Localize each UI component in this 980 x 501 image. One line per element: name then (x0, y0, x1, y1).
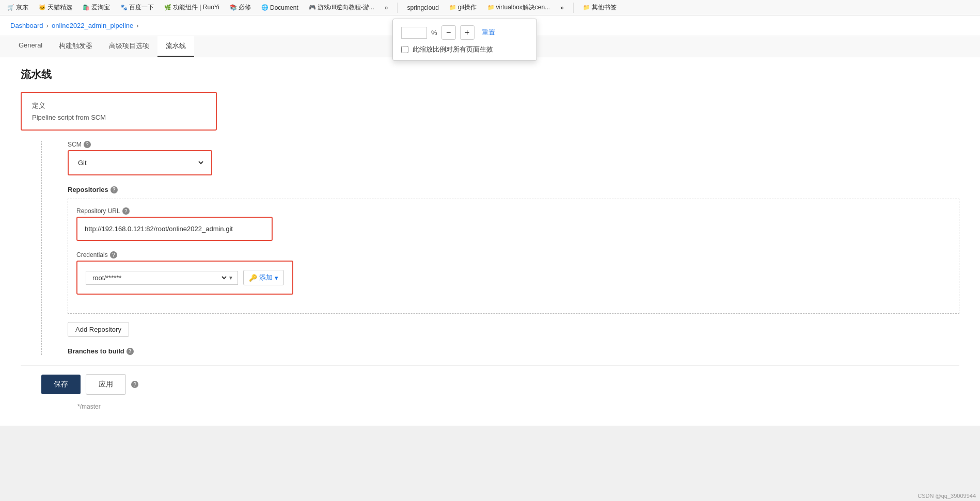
bookmark-more2-label: » (560, 4, 564, 11)
credentials-label: Credentials ? (76, 251, 951, 258)
zoom-unit: % (431, 29, 437, 37)
bookmark-springcloud-label: springcloud (407, 4, 438, 11)
branch-hint: */master (21, 403, 959, 415)
zoom-plus-button[interactable]: + (460, 25, 475, 40)
zoom-checkbox-label: 此缩放比例对所有页面生效 (413, 45, 493, 54)
bookmark-bar: 🛒 京东 🐱 天猫精选 🛍️ 爱淘宝 🐾 百度一下 🌿 功能组件 | RuoYi… (0, 0, 980, 15)
bottom-bar: 保存 应用 ? (21, 365, 959, 403)
bookmark-game[interactable]: 🎮 游戏dll逆向教程-游... (306, 2, 377, 13)
bookmark-virtualbox[interactable]: 📁 virtualbox解决cen... (484, 2, 554, 13)
apply-button[interactable]: 应用 (86, 374, 126, 395)
tianmao-icon: 🐱 (39, 4, 46, 11)
bookmark-taobao[interactable]: 🛍️ 爱淘宝 (80, 2, 113, 13)
branches-label: Branches to build ? (68, 347, 959, 355)
repo-url-section: Repository URL ? (76, 207, 951, 241)
main-content: Dashboard › online2022_admin_pipeline › … (0, 15, 980, 426)
bookmark-more1-label: » (385, 4, 388, 11)
add-credentials-button[interactable]: 🔑 添加 ▾ (243, 270, 284, 285)
breadcrumb-root[interactable]: Dashboard (10, 22, 43, 29)
document-icon: 🌐 (261, 4, 268, 11)
repositories-help-icon[interactable]: ? (110, 186, 118, 193)
add-repository-button[interactable]: Add Repository (68, 322, 129, 337)
zoom-input[interactable]: 90 (401, 27, 427, 39)
bookmark-bixiu[interactable]: 📚 必修 (227, 2, 254, 13)
bookmark-document-label: Document (270, 4, 298, 11)
bookmark-git[interactable]: 📁 git操作 (446, 2, 480, 13)
game-icon: 🎮 (309, 4, 316, 11)
watermark: CSDN @qq_39009944 (918, 493, 976, 499)
credentials-section: Credentials ? root/****** ▼ (76, 251, 951, 295)
bookmark-more1[interactable]: » (382, 3, 391, 12)
bixiu-icon: 📚 (230, 4, 237, 11)
page-title: 流水线 (21, 68, 959, 82)
zoom-minus-button[interactable]: − (441, 25, 456, 40)
bookmark-ruoyi[interactable]: 🌿 功能组件 | RuoYi (161, 2, 223, 13)
credentials-box: root/****** ▼ 🔑 添加 ▾ (76, 261, 293, 295)
save-button[interactable]: 保存 (41, 375, 81, 394)
tab-trigger[interactable]: 构建触发器 (51, 36, 101, 57)
repo-url-label: Repository URL ? (76, 207, 951, 215)
bookmark-document[interactable]: 🌐 Document (258, 3, 302, 12)
bookmark-other-label: 其他书签 (592, 3, 617, 12)
branches-help-icon[interactable]: ? (127, 348, 134, 355)
bookmark-jd[interactable]: 🛒 京东 (4, 2, 31, 13)
bookmark-more2[interactable]: » (557, 3, 567, 12)
bookmark-jd-label: 京东 (16, 3, 28, 12)
definition-label: 定义 (32, 101, 206, 110)
definition-box: 定义 Pipeline script from SCM (21, 92, 217, 131)
bookmark-baidu-label: 百度一下 (129, 3, 154, 12)
scm-select[interactable]: Git None (75, 156, 205, 169)
tab-general[interactable]: General (10, 36, 51, 57)
indent-container: SCM ? Git None Repositories ? (41, 141, 959, 355)
bookmark-tianmao[interactable]: 🐱 天猫精选 (36, 2, 75, 13)
scm-label: SCM ? (68, 141, 959, 148)
bookmark-tianmao-label: 天猫精选 (48, 3, 72, 12)
zoom-global-checkbox[interactable] (401, 46, 408, 53)
baidu-icon: 🐾 (120, 4, 128, 11)
zoom-popup: 90 % − + 重置 此缩放比例对所有页面生效 (392, 19, 537, 61)
definition-value: Pipeline script from SCM (32, 114, 206, 121)
repository-container: Repository URL ? Credentials ? (68, 199, 959, 314)
repositories-label: Repositories ? (68, 186, 959, 193)
scm-section: SCM ? Git None (68, 141, 959, 175)
bookmark-baidu[interactable]: 🐾 百度一下 (117, 2, 157, 13)
branches-section: Branches to build ? (68, 347, 959, 355)
bottom-help-icon[interactable]: ? (131, 381, 138, 388)
breadcrumb-sep2: › (136, 22, 138, 29)
bookmark-ruoyi-label: 功能组件 | RuoYi (173, 3, 219, 12)
credentials-select[interactable]: root/****** (90, 273, 228, 282)
virtualbox-folder-icon: 📁 (487, 4, 495, 11)
credentials-select-wrapper: root/****** ▼ (86, 271, 238, 285)
other-folder-icon: 📁 (583, 4, 590, 11)
breadcrumb-sep1: › (46, 22, 49, 29)
git-folder-icon: 📁 (449, 4, 456, 11)
credentials-inner: root/****** ▼ 🔑 添加 ▾ (84, 267, 286, 288)
taobao-icon: 🛍️ (83, 4, 90, 11)
definition-section: 定义 Pipeline script from SCM (21, 92, 959, 131)
repo-url-input[interactable] (84, 223, 265, 235)
bookmark-game-label: 游戏dll逆向教程-游... (318, 3, 374, 12)
bookmark-other[interactable]: 📁 其他书签 (580, 2, 620, 13)
tab-pipeline[interactable]: 流水线 (157, 36, 194, 57)
scm-box: Git None (68, 150, 212, 175)
add-credentials-label: 添加 (259, 273, 273, 282)
jd-icon: 🛒 (7, 4, 14, 11)
tab-advanced[interactable]: 高级项目选项 (101, 36, 157, 57)
scm-help-icon[interactable]: ? (84, 141, 91, 148)
repo-url-box (76, 217, 273, 241)
page-content: 流水线 定义 Pipeline script from SCM SCM ? (0, 57, 980, 426)
repo-url-help-icon[interactable]: ? (122, 207, 130, 215)
repositories-section: Repositories ? Repository URL ? (68, 186, 959, 355)
add-credentials-key-icon: 🔑 (249, 274, 257, 282)
add-credentials-arrow: ▾ (275, 274, 278, 282)
breadcrumb-page[interactable]: online2022_admin_pipeline (52, 22, 133, 29)
credentials-help-icon[interactable]: ? (110, 251, 117, 258)
bookmark-taobao-label: 爱淘宝 (91, 3, 110, 12)
credentials-dropdown-arrow: ▼ (228, 275, 233, 281)
ruoyi-icon: 🌿 (164, 4, 171, 11)
bookmark-bixiu-label: 必修 (239, 3, 251, 12)
bookmark-springcloud[interactable]: springcloud (404, 3, 441, 12)
zoom-reset-button[interactable]: 重置 (479, 27, 498, 38)
bookmark-git-label: git操作 (458, 3, 477, 12)
bookmark-virtualbox-label: virtualbox解决cen... (496, 3, 550, 12)
